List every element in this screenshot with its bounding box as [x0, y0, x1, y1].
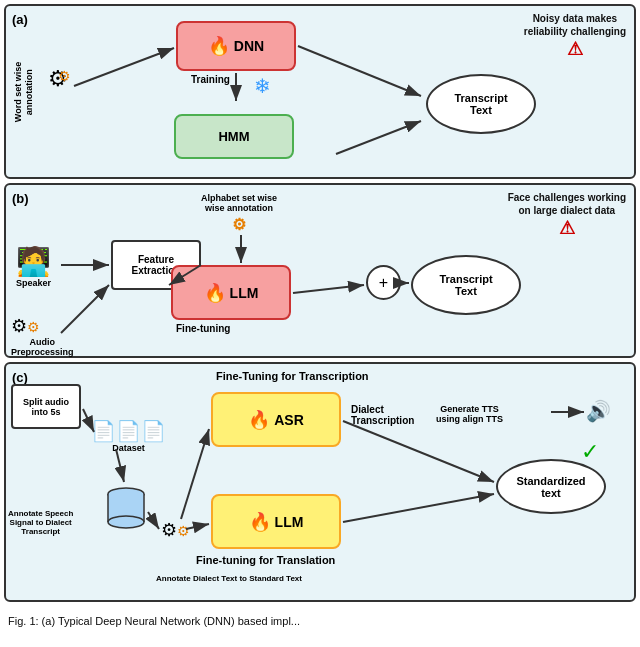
annotate-speech: Annotate Speech Signal to Dialect Transc… — [8, 509, 73, 536]
panel-b: (b) Face challenges working on large dia… — [4, 183, 636, 358]
standardized-text: Standardized text — [496, 459, 606, 514]
split-audio: Split audio into 5s — [11, 384, 81, 429]
panel-a: (a) Noisy data makes reliability challen… — [4, 4, 636, 179]
svg-line-24 — [343, 421, 494, 482]
dialect-transcription-label: Dialect Transcription — [351, 404, 414, 426]
svg-line-11 — [293, 285, 364, 293]
snow-icon-a: ❄ — [254, 74, 271, 98]
finetuning-label: Fine-tuning — [176, 323, 230, 334]
fine-tuning-transcription-label: Fine-Tuning for Transcription — [216, 370, 369, 382]
speaker-icon: 🧑‍💻 Speaker — [16, 245, 51, 288]
warning-icon-a: ⚠ — [524, 38, 626, 61]
svg-line-4 — [336, 121, 421, 154]
warning-icon-b: ⚠ — [508, 217, 626, 240]
noisy-note: Noisy data makes reliability challenging… — [524, 12, 626, 61]
svg-line-1 — [74, 48, 174, 86]
annotate-dialect: Annotate Dialect Text to Standard Text — [156, 574, 302, 583]
audio-preprocessing: ⚙⚙ Audio Preprocessing — [11, 315, 74, 357]
word-annotation: Word set wise annotation — [12, 61, 34, 121]
gear-icon-a: ⚙ ⚙ — [48, 66, 68, 92]
llm-box-c: 🔥 LLM — [211, 494, 341, 549]
panel-a-label: (a) — [12, 12, 28, 27]
generate-tts-label: Generate TTS using align TTS — [436, 404, 503, 424]
panel-b-label: (b) — [12, 191, 29, 206]
challenge-note: Face challenges working on large dialect… — [508, 191, 626, 240]
main-container: (a) Noisy data makes reliability challen… — [0, 0, 640, 647]
caption: Fig. 1: (a) Typical Deep Neural Network … — [4, 606, 636, 636]
alphabet-annotation: Alphabet set wise wise annotation ⚙ — [201, 193, 277, 234]
gear-icon-c: ⚙⚙ — [161, 519, 190, 541]
panel-c-label: (c) — [12, 370, 28, 385]
hmm-box: HMM — [174, 114, 294, 159]
dataset-area: 📄📄📄 Dataset — [91, 419, 166, 453]
svg-point-15 — [108, 516, 144, 528]
svg-line-20 — [116, 449, 124, 482]
circle-connector-b: + — [366, 265, 401, 300]
checkmark-icon: ✓ — [581, 439, 599, 465]
svg-line-25 — [343, 494, 494, 522]
asr-box: 🔥 ASR — [211, 392, 341, 447]
transcript-a: Transcript Text — [426, 74, 536, 134]
dnn-box: 🔥 DNN — [176, 21, 296, 71]
svg-line-23 — [181, 429, 209, 519]
panel-c: (c) Fine-Tuning for Transcription 🔥 ASR … — [4, 362, 636, 602]
training-label: Training — [191, 74, 230, 85]
svg-line-5 — [298, 46, 421, 96]
transcript-b: Transcript Text — [411, 255, 521, 315]
word-annotation-text: Word set wise annotation — [12, 61, 34, 121]
svg-line-21 — [148, 512, 159, 529]
llm-box-b: 🔥 LLM — [171, 265, 291, 320]
db-icon — [106, 484, 146, 534]
fine-tuning-translation-label: Fine-tuning for Translation — [196, 554, 335, 566]
sound-icon: 🔊 — [586, 399, 611, 423]
